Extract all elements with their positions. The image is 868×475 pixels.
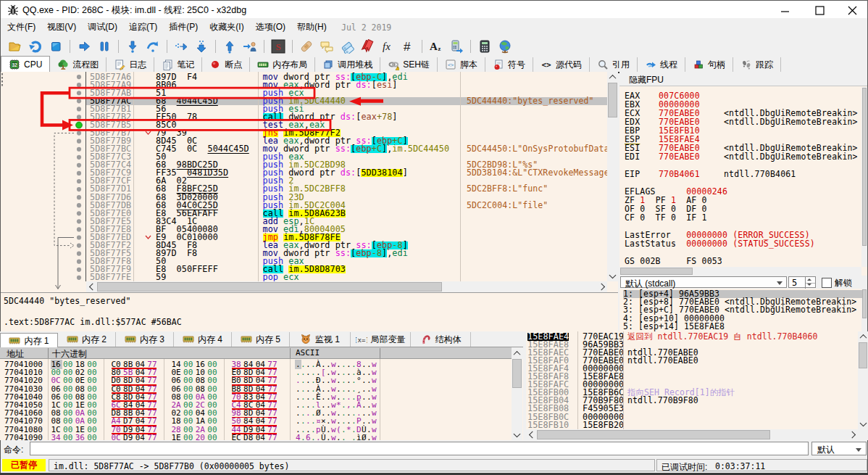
scrollbar-button[interactable] xyxy=(512,348,522,358)
memory-dump-panel[interactable]: 7704100016001800C08B04771400160038840477… xyxy=(0,359,523,440)
patches-button[interactable] xyxy=(299,38,314,54)
functions-button[interactable]: fx xyxy=(380,38,396,54)
register-row[interactable]: EDI770EABE0<ntdll.DbgUiRemoteBreakin> xyxy=(625,152,640,162)
scrollbar-button[interactable] xyxy=(512,430,522,440)
tab-12-magnifier[interactable]: 引用 xyxy=(590,57,638,72)
menu-item-4[interactable]: 插件(P) xyxy=(163,18,204,36)
scrollbar-button[interactable] xyxy=(597,281,607,292)
memtab-7-locals-xeq[interactable]: [x=]局部变量 xyxy=(351,332,411,347)
stack-row[interactable]: 15E8FB0C00000000 xyxy=(526,413,858,421)
menu-item-1[interactable]: 视图(V) xyxy=(41,18,82,36)
command-combo[interactable]: 默认 xyxy=(811,442,867,455)
disasm-hscrollbar[interactable] xyxy=(86,281,607,292)
scrollbar-thumb[interactable] xyxy=(859,342,867,368)
stack-panel[interactable]: 15E8FAE4770EAC19返回到 ntdll.770EAC19 自 ntd… xyxy=(526,331,868,440)
scrollbar-button[interactable] xyxy=(526,429,536,440)
memtab-2-ram-stick[interactable]: 内存 2 xyxy=(58,332,116,347)
scrollbar-button[interactable] xyxy=(858,419,868,429)
memtab-8-struct-cane[interactable]: 结构体 xyxy=(411,332,471,347)
tab-8-seh-chain[interactable]: !SEH链 xyxy=(380,57,438,72)
tab-2-graph-tree[interactable]: 流程图 xyxy=(50,57,107,72)
disassembly-panel[interactable]: 5D8F77A6897D F4mov dword ptr ss:[ebp-C],… xyxy=(1,72,618,292)
run-button[interactable] xyxy=(76,38,92,54)
scrollbar-button[interactable] xyxy=(607,72,618,82)
scrollbar-thumb[interactable] xyxy=(537,430,770,439)
stack-hscrollbar[interactable] xyxy=(526,429,858,440)
scrollbar-thumb[interactable] xyxy=(97,282,442,292)
scrollbar-button[interactable] xyxy=(858,331,868,342)
stack-vscrollbar[interactable] xyxy=(858,331,868,429)
stack-row[interactable]: 15E8FB04770B9F80ntdll.770B9F80 xyxy=(526,397,858,405)
step-into-button[interactable] xyxy=(125,38,141,54)
attach-button[interactable] xyxy=(448,38,464,54)
stack-row[interactable]: 15E8FAF0770EABE0ntdll.770EABE0 xyxy=(526,357,858,365)
scrollbar-thumb[interactable] xyxy=(512,359,522,388)
maximize-button[interactable] xyxy=(804,1,832,18)
scrollbar-button[interactable] xyxy=(848,429,858,440)
close-button[interactable] xyxy=(836,1,865,18)
argument-row[interactable]: 5: [esp+14] 15E8FAE8 xyxy=(623,323,862,331)
pause-button[interactable] xyxy=(96,38,112,54)
regs-vscrollbar[interactable] xyxy=(861,87,867,267)
tab-7-call-stack[interactable]: 调用堆栈 xyxy=(315,57,380,72)
menu-item-3[interactable]: 追踪(T) xyxy=(123,18,163,36)
register-row[interactable]: EIP770B4061ntdll.770B4061 xyxy=(625,169,640,179)
stack-row[interactable]: 15E8FAE4770EAC19返回到 ntdll.770EAC19 自 ntd… xyxy=(526,333,858,341)
command-input[interactable] xyxy=(30,442,809,455)
tab-11-source-code[interactable]: <>源代码 xyxy=(533,57,590,72)
stack-row[interactable]: 15E8FB08F45905E3 xyxy=(526,405,858,413)
menu-item-7[interactable]: 帮助(H) xyxy=(291,18,333,36)
bookmarks-button[interactable] xyxy=(359,38,375,54)
open-file-button[interactable] xyxy=(7,38,23,54)
arg-count-spinner[interactable]: 5 xyxy=(788,276,816,288)
tab-15-trace-footprints[interactable]: 跟踪 xyxy=(733,57,781,72)
dump-row[interactable]: 7704107008000A00A4D7047718001A0050840477… xyxy=(0,417,523,425)
execute-till-return-button[interactable] xyxy=(222,38,238,54)
comments-button[interactable] xyxy=(319,38,335,54)
tab-4-notes-pages[interactable]: 笔记 xyxy=(154,57,202,72)
registers-header[interactable]: 隐藏FPU xyxy=(619,72,867,86)
tab-13-threads-arrows[interactable]: 线程 xyxy=(638,57,685,72)
stack-row[interactable]: 15E8FAF400000000 xyxy=(526,365,858,373)
run-to-user-code-button[interactable] xyxy=(242,38,258,54)
spin-up-icon[interactable] xyxy=(807,278,811,281)
tab-10-symbols-ball[interactable]: 符号 xyxy=(485,57,533,72)
menu-item-6[interactable]: 选项(O) xyxy=(250,18,291,36)
hash-button[interactable]: # xyxy=(400,38,416,54)
args-vscrollbar[interactable] xyxy=(861,289,867,331)
scrollbar-button[interactable] xyxy=(86,281,96,292)
disasm-row[interactable]: 5D8F77FE59pop ecx xyxy=(86,273,607,281)
memtab-6-watch-pet[interactable]: 监视 1 xyxy=(290,332,351,347)
tab-1-cpu-chip[interactable]: 32CPU xyxy=(1,56,50,73)
scrollbar-thumb[interactable] xyxy=(608,83,617,117)
globe-button[interactable] xyxy=(497,38,513,54)
step-over-button[interactable] xyxy=(145,38,161,54)
dump-vscrollbar[interactable] xyxy=(512,348,522,440)
spin-down-icon[interactable] xyxy=(807,284,811,286)
memtab-4-ram-stick[interactable]: 内存 4 xyxy=(174,332,232,347)
tab-9-script-page[interactable]: <>脚本 xyxy=(438,57,485,72)
tab-3-log-page[interactable]: 日志 xyxy=(107,57,154,72)
minimize-button[interactable] xyxy=(771,1,800,18)
regs-hscrollbar[interactable] xyxy=(619,267,861,276)
arguments-panel[interactable]: 1: [esp+4] 96A59BB32: [esp+8] 770EABE0 <… xyxy=(619,289,867,331)
dump-row[interactable]: 770410200C000E00D08D047706000800B08D0477… xyxy=(0,376,523,384)
scrollbar-button[interactable] xyxy=(607,271,618,281)
menu-item-5[interactable]: 收藏夹(I) xyxy=(204,18,249,36)
scylla-button[interactable]: S xyxy=(270,38,286,54)
scrollbar-thumb[interactable] xyxy=(620,268,693,275)
scrollbar-thumb[interactable] xyxy=(862,88,867,246)
a-to-z-button[interactable]: Az xyxy=(428,38,444,54)
stack-row[interactable]: 15E8FAF815E8FAE8 xyxy=(526,373,858,381)
memtab-5-ram-stick[interactable]: 内存 5 xyxy=(232,332,290,347)
tab-5-breakpoint-dot[interactable]: 断点 xyxy=(202,57,250,72)
disasm-vscrollbar[interactable] xyxy=(607,72,618,281)
scrollbar-thumb[interactable] xyxy=(862,289,867,318)
trace-into-button[interactable] xyxy=(173,38,189,54)
unlock-checkbox[interactable] xyxy=(822,278,832,288)
calculator-button[interactable] xyxy=(477,38,493,54)
trace-over-button[interactable] xyxy=(193,38,209,54)
memtab-1-ram-stick[interactable]: 内存 1 xyxy=(0,333,58,348)
convention-select[interactable]: 默认 (stdcall) xyxy=(620,276,787,288)
tab-14-handles-blocks[interactable]: 句柄 xyxy=(685,57,733,72)
